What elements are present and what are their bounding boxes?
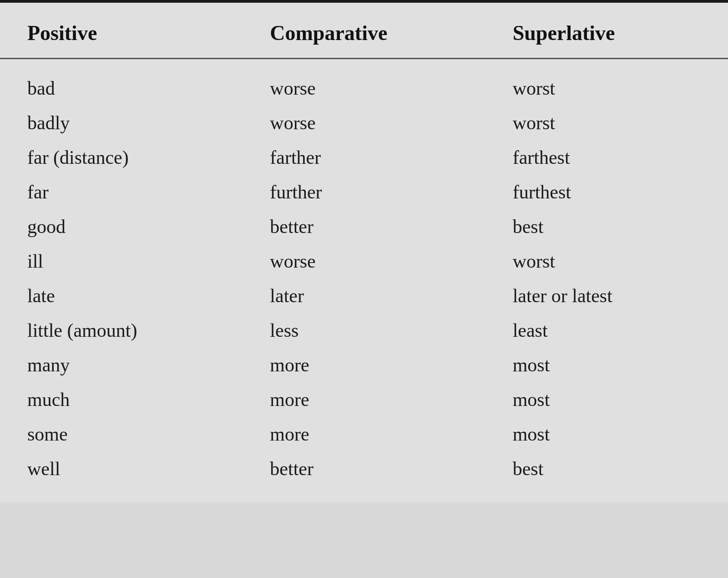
- cell-positive-2: far (distance): [0, 140, 243, 175]
- main-container: Positive Comparative Superlative badwors…: [0, 0, 728, 502]
- table-row: wellbetterbest: [0, 451, 728, 502]
- cell-positive-11: well: [0, 451, 243, 502]
- cell-comparative-1: worse: [243, 106, 485, 140]
- cell-comparative-3: further: [243, 175, 485, 209]
- cell-superlative-1: worst: [485, 106, 728, 140]
- cell-superlative-4: best: [485, 209, 728, 244]
- cell-superlative-0: worst: [485, 59, 728, 106]
- cell-positive-9: much: [0, 382, 243, 417]
- cell-positive-1: badly: [0, 106, 243, 140]
- cell-superlative-10: most: [485, 417, 728, 451]
- adjective-table: Positive Comparative Superlative badwors…: [0, 3, 728, 502]
- cell-positive-0: bad: [0, 59, 243, 106]
- cell-comparative-5: worse: [243, 244, 485, 279]
- cell-positive-7: little (amount): [0, 313, 243, 348]
- cell-superlative-5: worst: [485, 244, 728, 279]
- cell-superlative-2: farthest: [485, 140, 728, 175]
- cell-positive-5: ill: [0, 244, 243, 279]
- table-row: far (distance)fartherfarthest: [0, 140, 728, 175]
- table-row: muchmoremost: [0, 382, 728, 417]
- table-row: goodbetterbest: [0, 209, 728, 244]
- cell-comparative-0: worse: [243, 59, 485, 106]
- cell-superlative-8: most: [485, 348, 728, 382]
- header-comparative: Comparative: [243, 3, 485, 59]
- cell-comparative-6: later: [243, 279, 485, 313]
- table-row: little (amount)lessleast: [0, 313, 728, 348]
- table-row: latelaterlater or latest: [0, 279, 728, 313]
- cell-comparative-4: better: [243, 209, 485, 244]
- cell-comparative-2: farther: [243, 140, 485, 175]
- cell-comparative-10: more: [243, 417, 485, 451]
- cell-positive-10: some: [0, 417, 243, 451]
- cell-positive-4: good: [0, 209, 243, 244]
- cell-comparative-8: more: [243, 348, 485, 382]
- cell-positive-3: far: [0, 175, 243, 209]
- cell-comparative-11: better: [243, 451, 485, 502]
- cell-superlative-7: least: [485, 313, 728, 348]
- cell-comparative-7: less: [243, 313, 485, 348]
- cell-superlative-3: furthest: [485, 175, 728, 209]
- cell-superlative-11: best: [485, 451, 728, 502]
- header-superlative: Superlative: [485, 3, 728, 59]
- table-row: somemoremost: [0, 417, 728, 451]
- table-row: illworseworst: [0, 244, 728, 279]
- cell-superlative-9: most: [485, 382, 728, 417]
- table-row: farfurtherfurthest: [0, 175, 728, 209]
- cell-comparative-9: more: [243, 382, 485, 417]
- table-row: badlyworseworst: [0, 106, 728, 140]
- header-positive: Positive: [0, 3, 243, 59]
- header-row: Positive Comparative Superlative: [0, 3, 728, 59]
- cell-superlative-6: later or latest: [485, 279, 728, 313]
- cell-positive-8: many: [0, 348, 243, 382]
- cell-positive-6: late: [0, 279, 243, 313]
- table-row: manymoremost: [0, 348, 728, 382]
- table-row: badworseworst: [0, 59, 728, 106]
